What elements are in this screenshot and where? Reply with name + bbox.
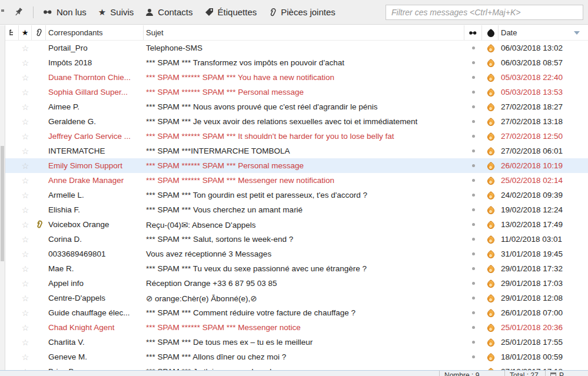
star-icon[interactable]: ☆	[19, 161, 32, 171]
read-status-cell[interactable]	[464, 238, 482, 241]
message-row[interactable]: ☆ Guide chauffage élec... *** SPAM *** C…	[5, 305, 588, 320]
star-icon[interactable]: ☆	[19, 323, 32, 332]
junk-status-cell[interactable]	[482, 324, 499, 332]
junk-status-cell[interactable]	[482, 177, 499, 185]
message-row[interactable]: ☆ Elishia F. *** SPAM *** Vous cherchez …	[5, 202, 588, 217]
read-status-cell[interactable]	[464, 91, 482, 94]
message-row[interactable]: ☆ Geneve M. *** SPAM *** Allons dîner ou…	[5, 350, 588, 364]
junk-status-cell[interactable]	[482, 353, 499, 361]
junk-status-cell[interactable]	[482, 162, 499, 170]
message-row[interactable]: ☆ Armelle L. *** SPAM *** Ton gourdin es…	[5, 188, 588, 202]
junk-status-cell[interactable]	[482, 59, 499, 67]
junk-status-cell[interactable]	[482, 221, 499, 229]
read-status-cell[interactable]	[464, 164, 482, 167]
filter-contacts-button[interactable]: Contacts	[142, 5, 196, 19]
junk-status-cell[interactable]	[482, 265, 499, 273]
read-status-cell[interactable]	[464, 282, 482, 285]
read-status-cell[interactable]	[464, 179, 482, 182]
message-row[interactable]: ☆ Chad Knight Agent *** SPAM ****** SPAM…	[5, 320, 588, 335]
junk-status-cell[interactable]	[482, 309, 499, 317]
read-status-cell[interactable]	[464, 105, 482, 108]
junk-status-cell[interactable]	[482, 44, 499, 52]
star-icon[interactable]: ☆	[19, 73, 32, 82]
message-row[interactable]: ☆ Jeffrey Carlo Service ... *** SPAM ***…	[5, 129, 588, 144]
message-row[interactable]: ☆ Corina D. *** SPAM *** Salut, sortons …	[5, 232, 588, 247]
star-icon[interactable]: ☆	[19, 44, 32, 53]
pin-filter-button[interactable]	[10, 5, 27, 19]
star-icon[interactable]: ☆	[19, 132, 32, 141]
message-row[interactable]: ☆ Brice B. *** SPAM *** Je t'ai vu ce we…	[5, 364, 588, 370]
filter-unread-button[interactable]: Non lus	[39, 5, 90, 19]
message-row[interactable]: ☆ Charlita V. *** SPAM *** De tous mes e…	[5, 335, 588, 350]
message-row[interactable]: ☆ INTERMATCHE *** SPAM ***INTERMARCHE TO…	[5, 144, 588, 158]
read-status-cell[interactable]	[464, 355, 482, 358]
read-status-cell[interactable]	[464, 297, 482, 300]
message-row[interactable]: ☆ Duane Thornton Chie... *** SPAM ******…	[5, 70, 588, 85]
subject-column-header[interactable]: Sujet	[144, 25, 464, 40]
message-row[interactable]: ☆ Aimee P. *** SPAM *** Nous avons prouv…	[5, 99, 588, 114]
star-icon[interactable]: ☆	[19, 176, 32, 185]
star-icon[interactable]: ☆	[19, 205, 32, 215]
star-icon[interactable]: ☆	[19, 191, 32, 200]
message-row[interactable]: ☆ Centre-D'appels ⊘ orange:Chèr(e) Ābonn…	[5, 291, 588, 305]
today-pane-toggle[interactable]: P	[545, 371, 588, 376]
read-status-cell[interactable]	[464, 61, 482, 64]
star-column-header[interactable]: ★	[19, 25, 32, 40]
star-icon[interactable]: ☆	[19, 308, 32, 318]
junk-status-cell[interactable]	[482, 235, 499, 244]
filter-attachments-button[interactable]: Pièces jointes	[265, 5, 339, 19]
message-row[interactable]: ☆ Sophia Gillard Super... *** SPAM *****…	[5, 85, 588, 99]
read-status-cell[interactable]	[464, 149, 482, 152]
star-icon[interactable]: ☆	[19, 294, 32, 303]
read-status-cell[interactable]	[464, 135, 482, 138]
star-icon[interactable]: ☆	[19, 264, 32, 274]
junk-status-cell[interactable]	[482, 206, 499, 214]
unread-column-header[interactable]	[464, 25, 482, 40]
junk-status-cell[interactable]	[482, 103, 499, 111]
message-row[interactable]: ☆ Voicebox Orange Reçu-(04)✉: Absence D'…	[5, 217, 588, 232]
read-status-cell[interactable]	[464, 252, 482, 255]
star-icon[interactable]: ☆	[19, 338, 32, 347]
junk-status-cell[interactable]	[482, 279, 499, 288]
correspondents-column-header[interactable]: Correspondants	[46, 25, 144, 40]
junk-status-cell[interactable]	[482, 88, 499, 97]
junk-status-cell[interactable]	[482, 191, 499, 199]
message-row[interactable]: ☆ Appel info Réception Orange +33 6 87 9…	[5, 276, 588, 291]
message-row[interactable]: ☆ Geraldene G. *** SPAM *** Je veux avoi…	[5, 114, 588, 129]
star-icon[interactable]: ☆	[19, 117, 32, 127]
message-row[interactable]: ☆ Anne Drake Manager *** SPAM ****** SPA…	[5, 173, 588, 188]
star-icon[interactable]: ☆	[19, 58, 32, 68]
junk-status-cell[interactable]	[482, 132, 499, 141]
read-status-cell[interactable]	[464, 120, 482, 123]
left-scrollbar[interactable]	[0, 25, 5, 370]
read-status-cell[interactable]	[464, 326, 482, 329]
read-status-cell[interactable]	[464, 341, 482, 344]
junk-status-cell[interactable]	[482, 118, 499, 126]
star-icon[interactable]: ☆	[19, 279, 32, 288]
read-status-cell[interactable]	[464, 76, 482, 79]
filter-starred-button[interactable]: ★ Suivis	[95, 5, 137, 20]
star-icon[interactable]: ☆	[19, 220, 32, 229]
junk-status-cell[interactable]	[482, 294, 499, 302]
message-row[interactable]: ☆ Impôts 2018 *** SPAM *** Transformez v…	[5, 55, 588, 70]
filter-tags-button[interactable]: Étiquettes	[201, 5, 261, 19]
read-status-cell[interactable]	[464, 208, 482, 211]
star-icon[interactable]: ☆	[19, 88, 32, 97]
star-icon[interactable]: ☆	[19, 102, 32, 112]
star-icon[interactable]: ☆	[19, 352, 32, 362]
junk-column-header[interactable]	[482, 25, 499, 40]
star-icon[interactable]: ☆	[19, 249, 32, 259]
junk-status-cell[interactable]	[482, 74, 499, 82]
scrollbar-thumb[interactable]	[1, 146, 4, 261]
message-row[interactable]: ☆ Emily Simon Support *** SPAM ****** SP…	[5, 158, 588, 173]
read-status-cell[interactable]	[464, 46, 482, 49]
message-row[interactable]: ☆ Mae R. *** SPAM *** Tu veux du sexe pa…	[5, 261, 588, 276]
message-row[interactable]: ☆ 0033689469801 Vous avez réceptionné 3 …	[5, 247, 588, 261]
read-status-cell[interactable]	[464, 223, 482, 226]
read-status-cell[interactable]	[464, 267, 482, 270]
message-row[interactable]: ☆ Portail_Pro Telephone-SMS 06/03/2018 1…	[5, 41, 588, 55]
junk-status-cell[interactable]	[482, 338, 499, 347]
star-icon[interactable]: ☆	[19, 235, 32, 244]
star-icon[interactable]: ☆	[19, 147, 32, 156]
junk-status-cell[interactable]	[482, 147, 499, 155]
